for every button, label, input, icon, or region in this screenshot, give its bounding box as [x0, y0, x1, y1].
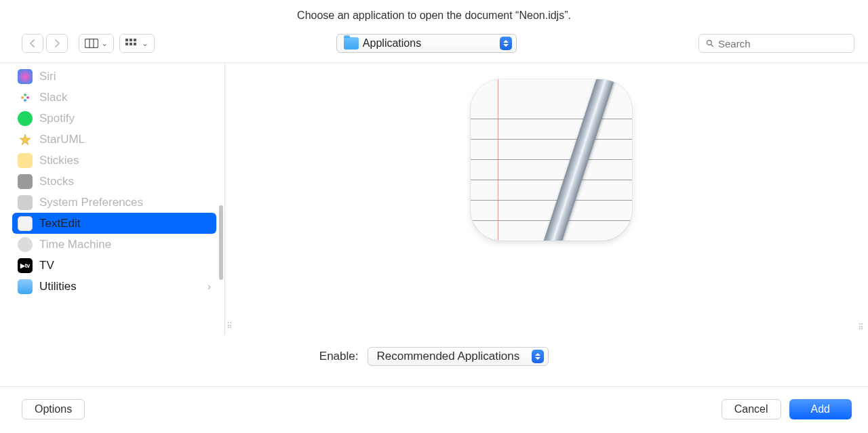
app-item-stickies[interactable]: Stickies: [12, 150, 216, 171]
footer: Options Cancel Add: [0, 386, 868, 433]
chevron-down-icon: ⌄: [142, 39, 149, 48]
utilities-icon: [18, 279, 33, 294]
main-area: SiriSlackSpotifyStarUMLStickiesStocksSys…: [0, 63, 868, 335]
tv-icon: ▶tv: [18, 258, 33, 273]
column-resize-handle[interactable]: ⠿: [225, 63, 235, 335]
svg-rect-3: [125, 39, 128, 41]
dialog-title: Choose an application to open the docume…: [0, 0, 868, 28]
app-item-tv[interactable]: ▶tvTV: [12, 255, 216, 276]
grid-icon: [125, 39, 139, 48]
app-item-spotify[interactable]: Spotify: [12, 108, 216, 129]
columns-icon: [85, 39, 98, 48]
spotify-icon: [18, 111, 33, 126]
svg-rect-12: [24, 94, 26, 96]
app-item-label: Time Machine: [39, 238, 111, 251]
columns-view-button[interactable]: ⌄: [79, 34, 114, 53]
app-item-label: Stocks: [39, 175, 74, 188]
staruml-icon: [18, 132, 33, 147]
location-dropdown[interactable]: Applications: [336, 34, 517, 53]
svg-rect-6: [125, 43, 128, 45]
app-item-textedit[interactable]: TextEdit: [12, 213, 216, 234]
search-input[interactable]: [718, 38, 847, 49]
folder-icon: [344, 37, 359, 49]
svg-rect-14: [24, 99, 26, 102]
app-item-label: Spotify: [39, 112, 75, 125]
slack-icon: [18, 90, 33, 105]
app-item-label: Stickies: [39, 154, 79, 167]
chevron-left-icon: [29, 39, 36, 47]
updown-stepper-icon: [532, 350, 544, 363]
app-item-slack[interactable]: Slack: [12, 87, 216, 108]
app-item-timemachine[interactable]: Time Machine: [12, 234, 216, 255]
toolbar: ⌄ ⌄ Applications: [0, 28, 868, 63]
location-label: Applications: [363, 37, 421, 49]
svg-rect-13: [26, 96, 29, 99]
stocks-icon: [18, 174, 33, 189]
syspref-icon: [18, 195, 33, 210]
app-item-label: TextEdit: [39, 217, 80, 230]
svg-rect-8: [134, 43, 136, 45]
preview-pane: ⠿: [235, 63, 868, 335]
app-item-label: TV: [39, 259, 54, 272]
search-icon: [706, 38, 714, 49]
enable-label: Enable:: [319, 350, 359, 363]
svg-rect-4: [130, 39, 132, 41]
nav-buttons: [22, 34, 68, 53]
svg-rect-7: [130, 43, 132, 45]
app-item-label: System Preferences: [39, 196, 143, 209]
textedit-icon: [18, 216, 33, 231]
svg-rect-5: [134, 39, 136, 41]
siri-icon: [18, 69, 33, 84]
timemachine-icon: [18, 237, 33, 252]
app-item-utilities[interactable]: Utilities›: [12, 276, 216, 297]
enable-row: Enable: Recommended Applications: [0, 335, 868, 386]
svg-line-10: [711, 45, 713, 47]
enable-value: Recommended Applications: [376, 350, 519, 363]
enable-dropdown[interactable]: Recommended Applications: [368, 347, 549, 366]
options-button[interactable]: Options: [22, 399, 85, 419]
updown-stepper-icon: [500, 37, 512, 50]
svg-rect-11: [21, 96, 24, 99]
view-switcher-group: ⌄ ⌄: [79, 34, 155, 53]
stickies-icon: [18, 153, 33, 168]
search-field[interactable]: [698, 34, 854, 53]
svg-rect-0: [85, 39, 98, 48]
app-item-syspref[interactable]: System Preferences: [12, 192, 216, 213]
pen-icon: [533, 79, 619, 241]
grid-view-button[interactable]: ⌄: [119, 34, 155, 53]
app-item-label: StarUML: [39, 133, 85, 146]
textedit-app-icon: [471, 79, 632, 241]
chevron-down-icon: ⌄: [101, 39, 108, 48]
cancel-button[interactable]: Cancel: [722, 399, 781, 419]
add-button[interactable]: Add: [789, 399, 852, 419]
chevron-right-icon: ›: [208, 281, 211, 293]
column-resize-handle[interactable]: ⠿: [858, 323, 865, 332]
forward-button[interactable]: [46, 34, 68, 53]
app-item-label: Slack: [39, 91, 68, 104]
app-item-label: Siri: [39, 70, 56, 83]
app-item-stocks[interactable]: Stocks: [12, 171, 216, 192]
applications-column[interactable]: SiriSlackSpotifyStarUMLStickiesStocksSys…: [0, 63, 225, 335]
app-item-label: Utilities: [39, 280, 77, 293]
app-item-staruml[interactable]: StarUML: [12, 129, 216, 150]
back-button[interactable]: [22, 34, 43, 53]
app-item-siri[interactable]: Siri: [12, 66, 216, 87]
svg-marker-15: [20, 134, 31, 145]
chevron-right-icon: [54, 39, 60, 47]
